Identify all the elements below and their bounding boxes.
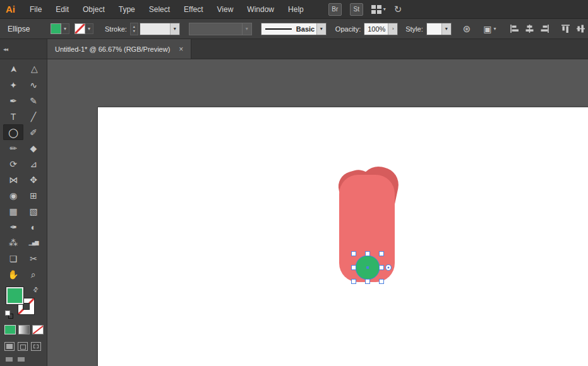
gradient-button[interactable]	[18, 325, 30, 334]
stroke-color-swatch[interactable]	[75, 23, 85, 34]
paintbrush-tool[interactable]: ✐	[23, 124, 44, 140]
recolor-artwork-icon[interactable]: ⊛	[463, 24, 471, 33]
chevron-down-icon[interactable]: ▾	[316, 23, 326, 35]
align-right-icon[interactable]	[539, 23, 550, 34]
perspective-grid-tool[interactable]: ⊞	[23, 187, 44, 203]
chevron-down-icon[interactable]: ▾	[85, 23, 93, 34]
stepper-down-icon[interactable]: ▾	[133, 29, 135, 33]
free-transform-tool[interactable]: ✥	[23, 172, 44, 187]
artwork-layer[interactable]	[47, 59, 588, 366]
edit-toolbar-icon[interactable]	[18, 357, 25, 362]
menu-item[interactable]: Edit	[49, 0, 76, 19]
artboard-tool[interactable]: ❏	[3, 251, 23, 266]
tool-icon: ⋈	[9, 175, 18, 184]
graphic-style-combo[interactable]: ▾	[426, 23, 452, 35]
line-segment-tool[interactable]: ╱	[23, 109, 44, 124]
tool-icon: ▦	[9, 207, 17, 216]
slice-tool[interactable]: ✂	[23, 251, 44, 266]
menu-item[interactable]: Effect	[177, 0, 210, 19]
chevron-down-icon[interactable]: ▾	[441, 23, 451, 35]
color-button[interactable]	[4, 325, 16, 334]
direct-selection-tool[interactable]: ▷	[23, 61, 44, 77]
pen-tool[interactable]: ✒	[3, 93, 23, 109]
type-tool[interactable]: T	[3, 109, 23, 124]
draw-normal-button[interactable]	[4, 342, 15, 351]
lasso-tool[interactable]: ∿	[23, 77, 44, 93]
menu-bar: Ai FileEditObjectTypeSelectEffectViewWin…	[0, 0, 588, 19]
none-slash-icon	[32, 325, 44, 334]
none-button[interactable]	[32, 325, 44, 334]
eyedropper-tool[interactable]: ✒	[3, 219, 23, 235]
mesh-tool[interactable]: ▦	[3, 203, 23, 219]
selection-center-point[interactable]	[366, 266, 369, 269]
chevron-down-icon[interactable]: ▾	[170, 23, 179, 35]
rotate-tool[interactable]: ⟳	[3, 156, 23, 172]
menu-item[interactable]: View	[210, 0, 241, 19]
tool-icon: ⊿	[30, 160, 37, 168]
align-center-icon[interactable]	[524, 23, 535, 34]
menu-item[interactable]: Window	[240, 0, 281, 19]
stock-badge[interactable]: St	[350, 3, 363, 16]
close-icon[interactable]: ×	[179, 45, 183, 54]
opacity-field[interactable]: 100% ›	[364, 23, 398, 35]
handle-bottom-left[interactable]	[352, 280, 356, 284]
shape-builder-tool[interactable]: ◉	[3, 187, 23, 203]
fill-color-swatch[interactable]	[51, 23, 61, 34]
handle-bottom-center[interactable]	[366, 280, 370, 284]
screen-mode-icon[interactable]	[6, 357, 13, 362]
document-tab[interactable]: Untitled-1* @ 66.67% (RGB/Preview) ×	[47, 39, 191, 59]
symbol-sprayer-tool[interactable]: ⁂	[3, 235, 23, 251]
draw-behind-button[interactable]	[18, 342, 28, 351]
canvas-area[interactable]	[47, 59, 588, 366]
draw-inside-button[interactable]	[31, 342, 41, 351]
handle-bottom-right[interactable]	[380, 280, 384, 284]
menu-item[interactable]: Help	[281, 0, 311, 19]
handle-top-right[interactable]	[380, 252, 384, 256]
collapse-panel-icon[interactable]: ◂◂	[3, 46, 8, 52]
sync-icon[interactable]: ↻	[394, 4, 402, 15]
chevron-right-icon[interactable]: ›	[388, 23, 397, 35]
handle-middle-right[interactable]	[380, 266, 384, 270]
stroke-weight-stepper[interactable]: ▴ ▾	[130, 23, 138, 35]
blend-tool[interactable]: ◐	[23, 219, 44, 235]
align-vcenter-icon[interactable]	[575, 23, 586, 34]
stroke-preview-line	[265, 28, 292, 30]
menu-item[interactable]: Select	[142, 0, 177, 19]
menu-item[interactable]: Type	[112, 0, 142, 19]
live-shape-widget[interactable]	[386, 265, 392, 271]
align-left-icon[interactable]	[509, 23, 520, 34]
gradient-tool[interactable]: ▧	[23, 203, 44, 219]
swap-fill-stroke-icon[interactable]: ⇄	[31, 285, 40, 294]
app-badges: BrSt	[328, 3, 363, 16]
hand-tool[interactable]: ✋	[3, 266, 23, 282]
document-setup-button[interactable]: ▣ ▾	[483, 24, 496, 34]
stroke-style-combo[interactable]: Basic ▾	[261, 23, 327, 35]
zoom-tool[interactable]: ⌕	[23, 266, 44, 282]
width-tool[interactable]: ⋈	[3, 172, 23, 187]
handle-middle-left[interactable]	[352, 266, 356, 270]
selection-tool[interactable]: ➤	[3, 61, 23, 77]
eraser-tool[interactable]: ◆	[23, 140, 44, 156]
bridge-badge[interactable]: Br	[328, 3, 342, 16]
tool-icon: ◆	[30, 144, 37, 153]
fill-indicator[interactable]	[6, 287, 23, 304]
shaper-tool[interactable]: ✏	[3, 140, 23, 156]
scale-tool[interactable]: ⊿	[23, 156, 44, 172]
chevron-down-icon[interactable]: ▾	[61, 23, 69, 34]
curvature-tool[interactable]: ✎	[23, 93, 44, 109]
menu-item[interactable]: File	[23, 0, 49, 19]
default-fill-stroke-icon[interactable]	[5, 310, 15, 320]
handle-top-left[interactable]	[352, 252, 356, 256]
tools-panel: ◂◂ ➤ ▷ ✦ ∿ ✒ ✎ T ╱	[0, 39, 47, 366]
stroke-weight-combo[interactable]: ▾	[140, 23, 180, 35]
magic-wand-tool[interactable]: ✦	[3, 77, 23, 93]
opacity-label: Opacity:	[335, 25, 361, 33]
brush-definition-combo[interactable]: ▾	[189, 23, 252, 35]
ellipse-tool[interactable]: ◯	[3, 124, 23, 140]
handle-top-center[interactable]	[366, 252, 370, 256]
align-top-icon[interactable]	[560, 23, 571, 34]
stepper-up-icon[interactable]: ▴	[133, 25, 135, 29]
menu-item[interactable]: Object	[76, 0, 112, 19]
column-graph-tool[interactable]: ▁▄▆	[23, 235, 44, 251]
arrange-documents-button[interactable]: ▾	[371, 5, 386, 14]
